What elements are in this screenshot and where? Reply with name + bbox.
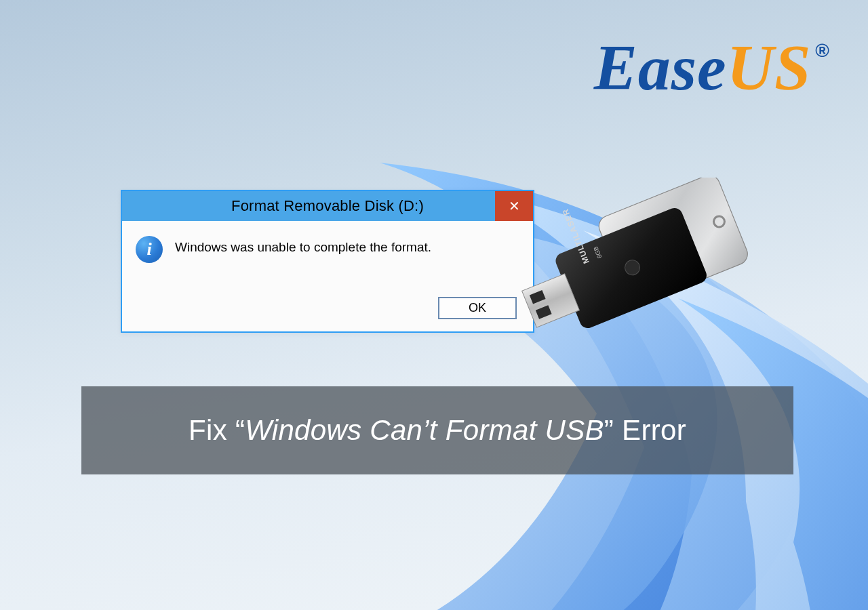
svg-rect-3 <box>553 205 709 330</box>
svg-text:8GB: 8GB <box>592 245 603 259</box>
close-icon: ✕ <box>509 198 520 214</box>
caption-prefix: Fix “ <box>189 414 245 446</box>
caption-text: Fix “Windows Can’t Format USB” Error <box>189 414 686 447</box>
dialog-body: i Windows was unable to complete the for… <box>122 221 533 297</box>
usb-drive-illustration: MULTILASER 8GB <box>506 178 777 381</box>
windows-bloom-decoration <box>271 108 868 610</box>
info-icon: i <box>136 236 163 263</box>
dialog-titlebar: Format Removable Disk (D:) ✕ <box>122 191 533 221</box>
caption-bar: Fix “Windows Can’t Format USB” Error <box>81 386 793 474</box>
caption-quoted: Windows Can’t Format USB <box>245 414 604 446</box>
svg-point-2 <box>712 215 726 229</box>
dialog-close-button[interactable]: ✕ <box>495 191 533 221</box>
svg-text:MULTILASER: MULTILASER <box>560 207 591 265</box>
svg-point-1 <box>618 247 639 268</box>
format-error-dialog: Format Removable Disk (D:) ✕ i Windows w… <box>121 190 534 333</box>
logo-part-ease: Ease <box>594 30 727 105</box>
svg-rect-0 <box>595 178 751 308</box>
dialog-title: Format Removable Disk (D:) <box>231 197 424 215</box>
easeus-logo: EaseUS® <box>594 30 826 105</box>
ok-button[interactable]: OK <box>438 297 517 319</box>
dialog-message: Windows was unable to complete the forma… <box>175 236 431 255</box>
logo-registered-mark: ® <box>815 40 830 62</box>
logo-part-us: US <box>727 30 812 105</box>
svg-point-4 <box>623 258 642 277</box>
caption-suffix: ” Error <box>604 414 686 446</box>
promo-canvas: EaseUS® Format Removable Disk (D:) ✕ i W… <box>0 0 868 610</box>
svg-rect-9 <box>536 305 552 319</box>
dialog-actions: OK <box>122 297 533 331</box>
